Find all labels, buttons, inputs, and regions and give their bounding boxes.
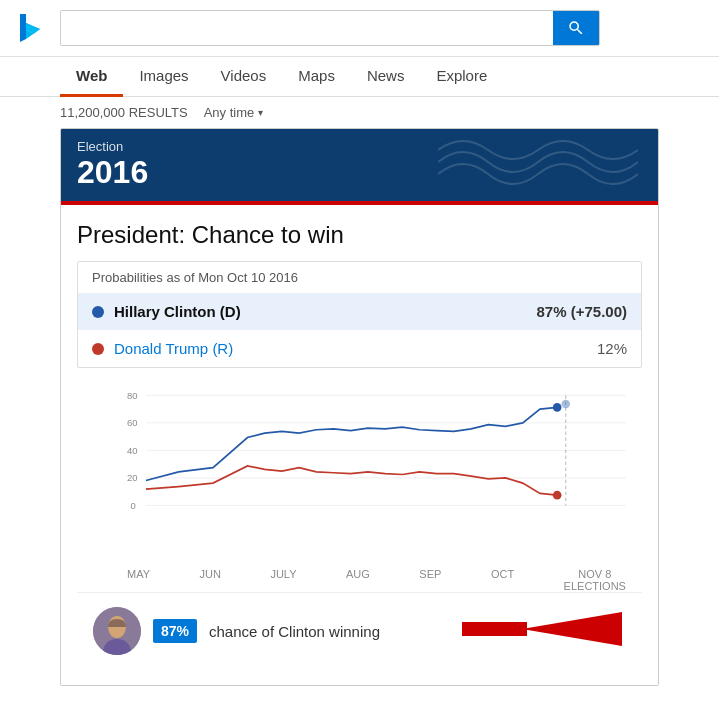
trump-row: Donald Trump (R) 12% bbox=[78, 330, 641, 367]
x-label-oct: OCT bbox=[491, 568, 514, 592]
percent-badge: 87% bbox=[153, 619, 197, 643]
tab-images[interactable]: Images bbox=[123, 57, 204, 97]
chevron-down-icon: ▾ bbox=[258, 107, 263, 118]
svg-text:60: 60 bbox=[127, 417, 138, 428]
nav-tabs: Web Images Videos Maps News Explore bbox=[0, 57, 719, 97]
bottom-section: 87% chance of Clinton winning bbox=[77, 592, 642, 669]
x-label-jun: JUN bbox=[200, 568, 221, 592]
chart-x-labels: MAY JUN JULY AUG SEP OCT NOV 8ELECTIONS bbox=[77, 564, 642, 592]
probabilities-box: Probabilities as of Mon Oct 10 2016 Hill… bbox=[77, 261, 642, 368]
president-section: President: Chance to win Probabilities a… bbox=[61, 205, 658, 685]
svg-point-14 bbox=[553, 491, 562, 500]
results-info: 11,200,000 RESULTS Any time ▾ bbox=[0, 97, 719, 128]
tab-explore[interactable]: Explore bbox=[420, 57, 503, 97]
election-card: Election 2016 President: Chance to win P… bbox=[60, 128, 659, 686]
clinton-avatar bbox=[93, 607, 141, 655]
chart-area: 80 60 40 20 0 bbox=[77, 384, 642, 564]
results-count: 11,200,000 RESULTS bbox=[60, 105, 188, 120]
svg-text:80: 80 bbox=[127, 390, 138, 401]
tab-web[interactable]: Web bbox=[60, 57, 123, 97]
election-chart: 80 60 40 20 0 bbox=[127, 384, 626, 534]
trump-dot bbox=[92, 343, 104, 355]
president-title: President: Chance to win bbox=[77, 221, 642, 249]
search-icon bbox=[567, 19, 585, 37]
search-input-wrapper: election predictions bbox=[60, 10, 600, 46]
trump-percent: 12% bbox=[597, 340, 627, 357]
svg-text:40: 40 bbox=[127, 445, 138, 456]
svg-text:20: 20 bbox=[127, 472, 138, 483]
probabilities-header: Probabilities as of Mon Oct 10 2016 bbox=[78, 262, 641, 293]
clinton-percent: 87% (+75.00) bbox=[537, 303, 627, 320]
winning-text: chance of Clinton winning bbox=[209, 623, 380, 640]
tab-maps[interactable]: Maps bbox=[282, 57, 351, 97]
tab-videos[interactable]: Videos bbox=[205, 57, 283, 97]
svg-marker-17 bbox=[522, 612, 622, 646]
clinton-name: Hillary Clinton (D) bbox=[114, 303, 527, 320]
tab-news[interactable]: News bbox=[351, 57, 421, 97]
anytime-filter[interactable]: Any time ▾ bbox=[204, 105, 264, 120]
x-label-aug: AUG bbox=[346, 568, 370, 592]
search-bar-area: election predictions bbox=[0, 0, 719, 57]
clinton-dot bbox=[92, 306, 104, 318]
x-label-july: JULY bbox=[270, 568, 296, 592]
x-label-sep: SEP bbox=[419, 568, 441, 592]
search-input[interactable]: election predictions bbox=[61, 11, 553, 45]
svg-point-12 bbox=[553, 403, 562, 412]
x-label-nov: NOV 8ELECTIONS bbox=[564, 568, 626, 592]
election-header: Election 2016 bbox=[61, 129, 658, 201]
svg-rect-18 bbox=[462, 622, 527, 636]
election-header-bg-decoration bbox=[438, 129, 638, 201]
search-button[interactable] bbox=[553, 11, 599, 45]
svg-text:0: 0 bbox=[130, 500, 135, 511]
x-label-may: MAY bbox=[127, 568, 150, 592]
bing-logo bbox=[12, 10, 48, 46]
clinton-row: Hillary Clinton (D) 87% (+75.00) bbox=[78, 293, 641, 330]
arrow-indicator bbox=[462, 604, 622, 658]
svg-point-13 bbox=[561, 400, 570, 409]
trump-name: Donald Trump (R) bbox=[114, 340, 587, 357]
